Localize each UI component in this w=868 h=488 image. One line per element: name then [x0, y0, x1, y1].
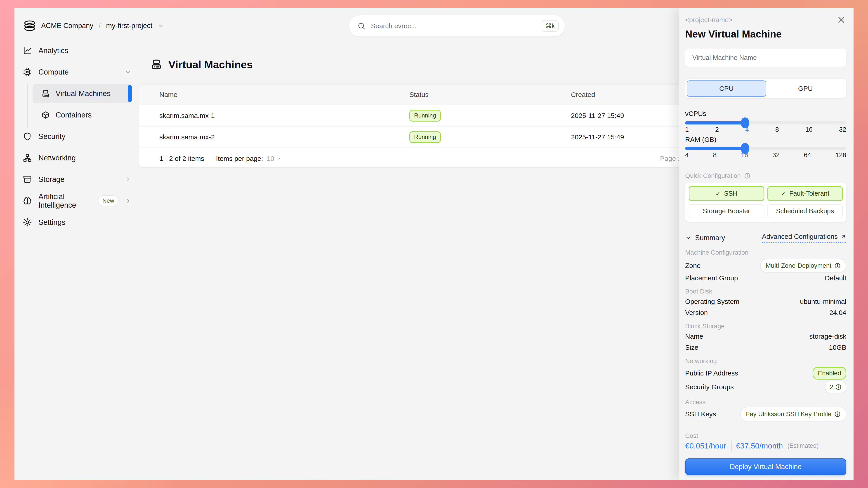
quick-option-storage-booster[interactable]: Storage Booster: [689, 204, 764, 219]
os-row: Operating System ubuntu-minimal: [685, 298, 846, 305]
compute-subtree: Virtual Machines Containers: [33, 84, 131, 126]
cost-row: €0.051/hour €37.50/month (Estimated): [685, 441, 846, 451]
page-title-text: Virtual Machines: [168, 58, 253, 71]
vm-name[interactable]: skarim.sama.mx-2: [139, 133, 409, 141]
cost-per-hour: €0.051/hour: [685, 442, 726, 450]
placement-group-value: Default: [825, 274, 846, 282]
tick: 8: [713, 151, 717, 159]
chevron-down-icon[interactable]: [125, 69, 131, 75]
quick-option-scheduled-backups[interactable]: Scheduled Backups: [767, 204, 843, 219]
tab-cpu[interactable]: CPU: [687, 80, 766, 97]
column-header-name[interactable]: Name: [139, 91, 409, 98]
ssh-keys-value: Fay Ulriksson SSH Key Profile: [746, 411, 831, 418]
ssh-keys-pill[interactable]: Fay Ulriksson SSH Key Profile: [741, 407, 846, 421]
cost-label: Cost: [685, 432, 846, 440]
tick: 16: [805, 126, 813, 133]
column-header-status[interactable]: Status: [409, 91, 571, 98]
server-icon: [41, 89, 50, 98]
block-name-value: storage-disk: [809, 332, 846, 340]
breadcrumb-company[interactable]: ACME Company: [41, 22, 93, 30]
sidebar-item-security[interactable]: Security: [14, 126, 138, 147]
quick-option-ssh[interactable]: ✓ SSH: [689, 186, 764, 201]
chevron-down-icon[interactable]: [158, 23, 164, 29]
sidebar-item-virtual-machines[interactable]: Virtual Machines: [33, 84, 131, 103]
chevron-right-icon[interactable]: [125, 198, 131, 204]
check-icon: ✓: [715, 190, 721, 197]
table-row[interactable]: skarim.sama.mx-1 Running 2025-11-27 15:4…: [139, 105, 717, 127]
gear-icon: [23, 218, 32, 227]
tick: 32: [772, 151, 780, 159]
os-value: ubuntu-minimal: [800, 298, 846, 305]
ram-slider[interactable]: [685, 147, 846, 150]
deploy-button[interactable]: Deploy Virtual Machine: [685, 458, 846, 475]
quick-option-label: Storage Booster: [703, 207, 750, 215]
quick-option-label: SSH: [724, 190, 738, 197]
public-ip-value-badge: Enabled: [813, 367, 846, 380]
summary-toggle[interactable]: Summary: [685, 234, 725, 242]
sidebar-item-storage[interactable]: Storage: [14, 168, 138, 190]
os-label: Operating System: [685, 298, 739, 305]
panel-project-name: <project-name>: [685, 16, 846, 24]
sidebar-item-containers[interactable]: Containers: [33, 104, 131, 126]
analytics-icon: [23, 46, 32, 55]
vcpus-ticks: 1 2 4 8 16 32: [685, 126, 846, 133]
section-access: Access: [685, 398, 846, 406]
tick: 2: [715, 126, 719, 133]
tick-selected: 16: [741, 151, 748, 159]
sidebar-item-label: Compute: [38, 68, 69, 76]
breadcrumb-project[interactable]: my-first-project: [106, 22, 152, 30]
ram-label: RAM (GB): [685, 136, 846, 143]
chevron-right-icon[interactable]: [125, 176, 131, 183]
block-name-row: Name storage-disk: [685, 332, 846, 340]
summary-header: Summary Advanced Configurations: [685, 233, 846, 243]
vm-name-input[interactable]: [685, 48, 846, 67]
table-row[interactable]: skarim.sama.mx-2 Running 2025-11-27 15:4…: [139, 127, 717, 148]
close-icon[interactable]: [836, 14, 847, 25]
info-icon: [834, 411, 841, 418]
quick-option-label: Fault-Tolerant: [789, 190, 829, 197]
security-groups-pill[interactable]: 2: [825, 381, 846, 393]
advanced-configurations-link[interactable]: Advanced Configurations: [762, 233, 846, 243]
version-value: 24.04: [829, 309, 846, 317]
sidebar-item-label: Storage: [38, 175, 65, 184]
search-icon: [358, 22, 366, 30]
vcpus-slider[interactable]: [685, 121, 846, 125]
items-per-page-value: 10: [267, 155, 274, 162]
table-header: Name Status Created: [139, 85, 717, 105]
breadcrumb-separator: /: [99, 22, 101, 30]
section-machine-configuration: Machine Configuration: [685, 249, 846, 256]
tick: 1: [685, 126, 689, 133]
sidebar-item-artificial-intelligence[interactable]: Artificial Intelligence New: [14, 190, 138, 212]
sidebar-item-compute[interactable]: Compute: [14, 61, 138, 83]
sidebar-item-networking[interactable]: Networking: [14, 147, 138, 168]
zone-label: Zone: [685, 262, 701, 269]
brain-icon: [23, 196, 32, 205]
sidebar-item-label: Artificial Intelligence: [38, 192, 88, 209]
sidebar-item-settings[interactable]: Settings: [14, 212, 138, 233]
app-surface: ACME Company / my-first-project ⌘k Analy…: [14, 8, 854, 480]
search-shortcut-badge: ⌘k: [541, 20, 559, 32]
cpu-icon: [23, 67, 32, 77]
section-networking: Networking: [685, 357, 846, 365]
version-label: Version: [685, 309, 708, 317]
security-groups-label: Security Groups: [685, 383, 734, 391]
tick: 8: [775, 126, 779, 133]
sidebar-item-label: Networking: [38, 154, 76, 162]
tab-gpu[interactable]: GPU: [766, 80, 845, 97]
items-per-page-select[interactable]: 10: [267, 155, 281, 162]
size-label: Size: [685, 344, 698, 351]
status-badge: Running: [409, 110, 441, 122]
search-input[interactable]: [371, 22, 536, 30]
quick-option-fault-tolerant[interactable]: ✓ Fault-Tolerant: [767, 186, 843, 201]
check-icon: ✓: [780, 190, 786, 197]
page-title: Virtual Machines: [150, 56, 253, 73]
vm-name[interactable]: skarim.sama.mx-1: [139, 112, 409, 120]
zone-value-pill[interactable]: Multi-Zone-Deployment: [760, 259, 846, 272]
security-groups-row: Security Groups 2: [685, 381, 846, 393]
table-footer: 1 - 2 of 2 items Items per page: 10 Page…: [139, 148, 717, 168]
sidebar-item-analytics[interactable]: Analytics: [14, 40, 138, 61]
ram-ticks: 4 8 16 32 64 128: [685, 151, 846, 159]
info-icon: [834, 262, 841, 269]
zone-value: Multi-Zone-Deployment: [766, 262, 831, 269]
section-boot-disk: Boot Disk: [685, 288, 846, 295]
